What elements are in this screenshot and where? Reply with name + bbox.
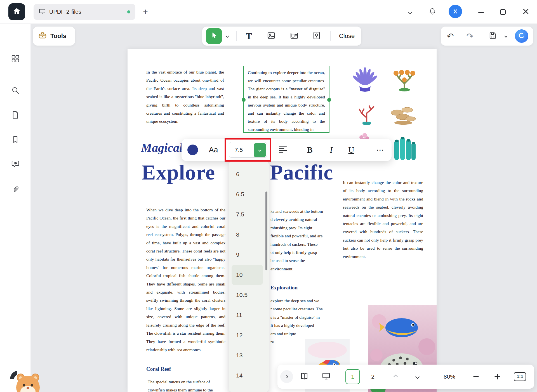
page-button-current[interactable]: 1 <box>345 369 360 384</box>
actual-size-label: 1:1 <box>514 372 526 381</box>
font-size-dropdown-button[interactable] <box>254 143 266 157</box>
bold-button[interactable]: B <box>302 139 317 161</box>
zoom-out-button[interactable] <box>470 371 482 382</box>
font-size-option[interactable]: 6.5 <box>229 184 269 204</box>
zoom-in-button[interactable] <box>491 371 503 382</box>
home-icon <box>13 7 21 16</box>
app-window: In the vast embrace of our blue planet, … <box>0 0 537 392</box>
sidebar-item-search[interactable] <box>9 85 22 97</box>
previous-page-button[interactable] <box>389 371 402 382</box>
page-layout-button[interactable] <box>298 370 311 383</box>
select-tool-dropdown[interactable] <box>223 27 231 46</box>
mid-frag-line: d cleverly avoiding natural <box>270 215 323 223</box>
save-dropdown[interactable] <box>502 27 510 46</box>
font-size-input[interactable]: 7.5 <box>229 142 267 158</box>
font-size-option[interactable]: 12 <box>229 325 269 345</box>
chevron-right-icon <box>285 375 288 378</box>
tab-monitor-icon <box>39 8 46 16</box>
font-size-option[interactable]: 6 <box>229 164 269 184</box>
redo-button[interactable]: ↷ <box>463 27 477 46</box>
comment-icon <box>11 159 20 169</box>
doc-title-word-explore: Explore <box>142 160 215 185</box>
document-icon <box>11 111 20 120</box>
font-color-swatch[interactable] <box>187 145 198 155</box>
font-size-option[interactable]: 9 <box>229 245 269 265</box>
tan-coral-image <box>387 104 418 126</box>
page-pin-tool-button[interactable] <box>308 27 325 46</box>
close-edit-button[interactable]: Close <box>335 27 359 46</box>
bold-label: B <box>307 145 312 155</box>
document-tab[interactable]: UPDF-2-files <box>34 4 135 20</box>
home-button[interactable] <box>8 3 25 20</box>
dropdown-scrollbar[interactable] <box>265 192 267 270</box>
maximize-icon <box>500 9 506 15</box>
underline-label: U <box>348 145 354 155</box>
minimize-button[interactable] <box>476 8 486 17</box>
actual-size-button[interactable]: 1:1 <box>511 371 529 382</box>
avatar-letter: X <box>453 8 457 15</box>
font-size-option[interactable]: 13 <box>229 345 269 365</box>
page-button-2[interactable]: 2 <box>366 369 380 384</box>
selection-handle-right[interactable] <box>327 98 331 102</box>
ai-assistant-button[interactable] <box>515 29 528 43</box>
save-button[interactable] <box>486 27 500 46</box>
font-size-option[interactable]: 11 <box>229 305 269 325</box>
italic-label: I <box>330 145 333 155</box>
font-size-option[interactable]: 8 <box>229 225 269 245</box>
paragraph-mid-fragments: ks and seaweeds at the bottom d cleverly… <box>270 207 323 273</box>
chevron-down-icon <box>258 148 261 152</box>
mucus-line-2: clownfish makes them immune to the <box>148 386 227 392</box>
font-size-option[interactable]: 7.5 <box>229 204 269 225</box>
text-format-toolbar: Aa 7.5 B I U ⋯ <box>182 139 392 161</box>
zoom-level-button[interactable]: 80% <box>440 371 459 382</box>
align-button[interactable] <box>275 139 291 161</box>
hamster-mascot[interactable] <box>7 368 45 392</box>
reading-mode-button[interactable] <box>319 370 333 383</box>
history-toolbar: ↶ ↷ <box>441 27 533 46</box>
notifications-button[interactable] <box>427 7 437 17</box>
sidebar-item-pages[interactable] <box>9 109 22 122</box>
text-tool-button[interactable]: T <box>241 27 257 46</box>
mid-frag-line: ks and seaweeds at the bottom <box>270 207 323 215</box>
collapse-button[interactable] <box>405 7 415 17</box>
mid-frag-line: ot only help it firmly grasp <box>270 248 323 256</box>
next-page-button[interactable] <box>411 371 424 382</box>
expand-bar-button[interactable] <box>280 370 293 383</box>
cursor-icon <box>210 32 218 41</box>
undo-button[interactable]: ↶ <box>443 27 458 46</box>
sidebar-item-panels[interactable] <box>9 53 22 65</box>
pdf-page: In the vast embrace of our blue planet, … <box>128 49 437 392</box>
align-left-icon <box>279 146 287 154</box>
paragraph-octopus: It can instantly change the color and te… <box>343 178 423 261</box>
paragraph-mucus: The special mucus on the surface of clow… <box>148 378 227 392</box>
font-size-option[interactable]: 14 <box>229 365 269 386</box>
close-window-button[interactable] <box>521 7 531 17</box>
new-tab-button[interactable]: + <box>141 7 150 17</box>
card-tool-button[interactable] <box>286 27 302 46</box>
tab-title: UPDF-2-files <box>49 9 81 15</box>
toolbar-divider <box>330 31 331 41</box>
sidebar-item-bookmarks[interactable] <box>9 134 22 146</box>
sidebar-item-comments[interactable] <box>9 158 22 170</box>
selected-text-box[interactable]: Continuing to explore deeper into the oc… <box>243 66 329 133</box>
italic-button[interactable]: I <box>324 139 339 161</box>
purple-anemone-image <box>349 65 381 92</box>
toolbox-icon <box>38 31 47 41</box>
tools-button[interactable]: Tools <box>33 27 75 46</box>
undo-icon: ↶ <box>447 31 454 41</box>
maximize-button[interactable] <box>498 7 508 17</box>
underline-button[interactable]: U <box>344 139 359 161</box>
selection-handle-left[interactable] <box>242 98 246 102</box>
font-family-button[interactable]: Aa <box>206 139 221 161</box>
font-size-option-highlighted[interactable]: 10 <box>232 265 263 285</box>
user-avatar[interactable]: X <box>449 5 462 18</box>
font-size-option[interactable]: 10.5 <box>229 285 269 305</box>
image-tool-button[interactable] <box>263 27 279 46</box>
heading-exploration: Exploration <box>270 285 298 291</box>
bell-icon <box>428 8 436 16</box>
left-sidebar <box>0 24 31 392</box>
sidebar-item-attachments[interactable] <box>9 183 22 196</box>
select-tool-button[interactable] <box>206 28 222 44</box>
more-format-options-button[interactable]: ⋯ <box>372 139 388 161</box>
more-icon: ⋯ <box>376 145 384 155</box>
